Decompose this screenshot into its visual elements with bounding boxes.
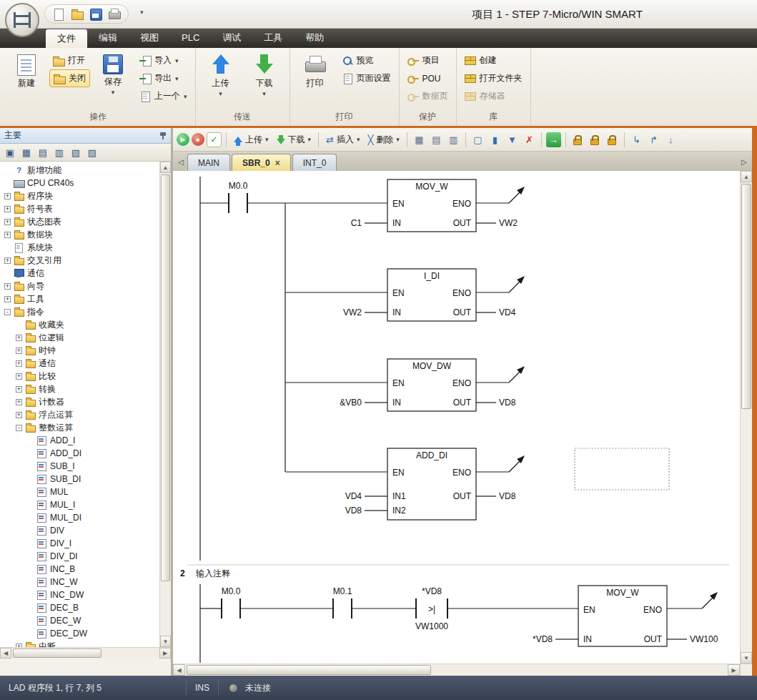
tree-item[interactable]: 收藏夹	[0, 318, 159, 331]
menu-tab-view[interactable]: 视图	[129, 29, 170, 48]
lock-open-icon[interactable]	[588, 132, 603, 147]
data-view-icon[interactable]: ▧	[69, 146, 83, 159]
sidebar-hscroll-thumb[interactable]	[13, 649, 102, 658]
tab-scroll-left-icon[interactable]: ◁	[174, 153, 187, 171]
tree-expander-icon[interactable]: +	[4, 296, 11, 302]
scroll-left-icon[interactable]: ◀	[0, 648, 11, 659]
insert-dropdown-icon[interactable]: ▾	[357, 137, 360, 142]
import-button[interactable]: 导入 ▾	[136, 51, 191, 69]
ladder-diagram[interactable]: M0.0 MOV_W EN ENO IN C1 OUT VW2 I_DI EN …	[173, 171, 738, 664]
export-button[interactable]: 导出 ▾	[136, 69, 191, 87]
tree-expander-icon[interactable]: +	[16, 412, 22, 418]
scroll-down-icon[interactable]: ▼	[160, 636, 171, 647]
tree-item[interactable]: MUL_DI	[0, 511, 159, 524]
tree-expander-icon[interactable]: -	[4, 309, 11, 315]
download-dropdown-icon[interactable]: ▾	[262, 91, 266, 97]
lock-add-icon[interactable]	[605, 132, 620, 147]
new-button[interactable]: 新建	[6, 51, 47, 91]
tree-item[interactable]: +浮点运算	[0, 408, 159, 421]
tree-item[interactable]: 通信	[0, 267, 159, 280]
preview-button[interactable]: 预览	[338, 51, 395, 69]
tree-item[interactable]: +比较	[0, 370, 159, 383]
page-setup-button[interactable]: 页面设置	[338, 69, 395, 87]
tree-expander-icon[interactable]: +	[4, 193, 11, 199]
tab-main[interactable]: MAIN	[187, 154, 230, 171]
toggle-symbols-icon[interactable]: ▥	[446, 132, 461, 147]
download-toolbar-dropdown-icon[interactable]: ▾	[308, 137, 312, 142]
tree-item[interactable]: +程序块	[0, 189, 159, 202]
tree-expander-icon[interactable]: +	[16, 347, 22, 354]
download-toolbar-button[interactable]: 下载 ▾	[274, 132, 315, 148]
tree-item[interactable]: DIV	[0, 524, 159, 537]
save-button[interactable]: 保存 ▾	[92, 51, 134, 97]
compile-icon[interactable]: ✓	[207, 132, 222, 147]
tree-item[interactable]: SUB_I	[0, 460, 159, 473]
editor-horizontal-scrollbar[interactable]: ◀ ▶	[173, 664, 752, 676]
editor-vertical-scrollbar[interactable]: ▲ ▼	[740, 171, 752, 664]
tree-item[interactable]: SUB_DI	[0, 473, 159, 485]
clear-bookmark-icon[interactable]: ✗	[522, 132, 537, 147]
pin-icon[interactable]	[159, 132, 167, 140]
tree-item[interactable]: DIV_I	[0, 537, 159, 550]
tree-item[interactable]: +中断	[0, 640, 159, 647]
tree-item[interactable]: MUL	[0, 485, 159, 498]
tree-expander-icon[interactable]: +	[16, 399, 22, 405]
insert-button[interactable]: ⇄ 插入 ▾	[323, 132, 362, 148]
next-bookmark-icon[interactable]: ▼	[505, 132, 520, 147]
menu-tab-edit[interactable]: 编辑	[87, 29, 129, 48]
previous-button[interactable]: 上一个 ▾	[136, 87, 191, 105]
tree-item[interactable]: -整数运算	[0, 421, 159, 434]
editor-hscroll-thumb[interactable]	[187, 665, 431, 675]
tree-item[interactable]: +位逻辑	[0, 331, 159, 344]
tree-item[interactable]: INC_W	[0, 576, 159, 588]
stop-icon[interactable]: ■	[192, 133, 204, 146]
menu-tab-tools[interactable]: 工具	[252, 29, 294, 48]
tree-item[interactable]: +状态图表	[0, 215, 159, 228]
tree-item[interactable]: +转换	[0, 383, 159, 395]
selection-box-icon[interactable]: ▢	[470, 132, 485, 147]
editor-vscroll-track[interactable]	[741, 182, 752, 652]
tree-expander-icon[interactable]: +	[4, 283, 11, 290]
sidebar-vertical-scrollbar[interactable]: ▲ ▼	[159, 162, 171, 647]
sidebar-hscroll-track[interactable]	[11, 648, 159, 659]
tab-sbr0[interactable]: SBR_0 ×	[232, 154, 291, 171]
scroll-up-icon[interactable]: ▲	[741, 171, 752, 182]
tree-expander-icon[interactable]: +	[4, 232, 11, 238]
tree-item[interactable]: +向导	[0, 280, 159, 292]
app-logo-icon[interactable]	[5, 3, 39, 37]
tree-expander-icon[interactable]: +	[16, 335, 22, 341]
library-create-button[interactable]: 创建	[461, 51, 526, 69]
protect-project-button[interactable]: 项目	[404, 51, 452, 69]
import-dropdown-icon[interactable]: ▾	[175, 58, 179, 64]
tree-item[interactable]: +符号表	[0, 202, 159, 215]
scroll-right-icon[interactable]: ▶	[159, 648, 171, 659]
tree-item[interactable]: +工具	[0, 292, 159, 305]
tree-expander-icon[interactable]: +	[16, 386, 22, 393]
goto-icon[interactable]: →	[546, 132, 561, 147]
menu-tab-help[interactable]: 帮助	[294, 29, 335, 48]
tree-item[interactable]: +计数器	[0, 395, 159, 408]
tab-close-icon[interactable]: ×	[275, 159, 280, 167]
monitor-view-icon[interactable]: ▣	[3, 146, 17, 159]
upload-toolbar-button[interactable]: 上传 ▾	[231, 132, 272, 148]
block-view-icon[interactable]: ▤	[36, 146, 50, 159]
menu-tab-plc[interactable]: PLC	[170, 29, 211, 48]
bookmark-icon[interactable]: ▮	[488, 132, 503, 147]
symbol-view-icon[interactable]: ▥	[52, 146, 66, 159]
sidebar-vscroll-thumb[interactable]	[161, 174, 170, 581]
tree-item[interactable]: DEC_DW	[0, 627, 159, 640]
save-dropdown-icon[interactable]: ▾	[112, 89, 115, 95]
print-button[interactable]: 打印	[295, 51, 336, 91]
tab-scroll-right-icon[interactable]: ▷	[738, 153, 751, 171]
editor-vscroll-thumb[interactable]	[741, 184, 751, 409]
upload-dropdown-icon[interactable]: ▾	[219, 91, 222, 97]
tree-item[interactable]: -指令	[0, 305, 159, 318]
delete-dropdown-icon[interactable]: ▾	[396, 137, 400, 142]
insert-branch-up-icon[interactable]: ↱	[646, 132, 661, 147]
tree-item[interactable]: DEC_W	[0, 614, 159, 627]
upload-toolbar-dropdown-icon[interactable]: ▾	[265, 137, 269, 142]
tree-item[interactable]: +通信	[0, 357, 159, 370]
tree-expander-icon[interactable]: +	[16, 373, 22, 380]
previous-dropdown-icon[interactable]: ▾	[184, 94, 187, 99]
tree-item[interactable]: DIV_DI	[0, 550, 159, 563]
